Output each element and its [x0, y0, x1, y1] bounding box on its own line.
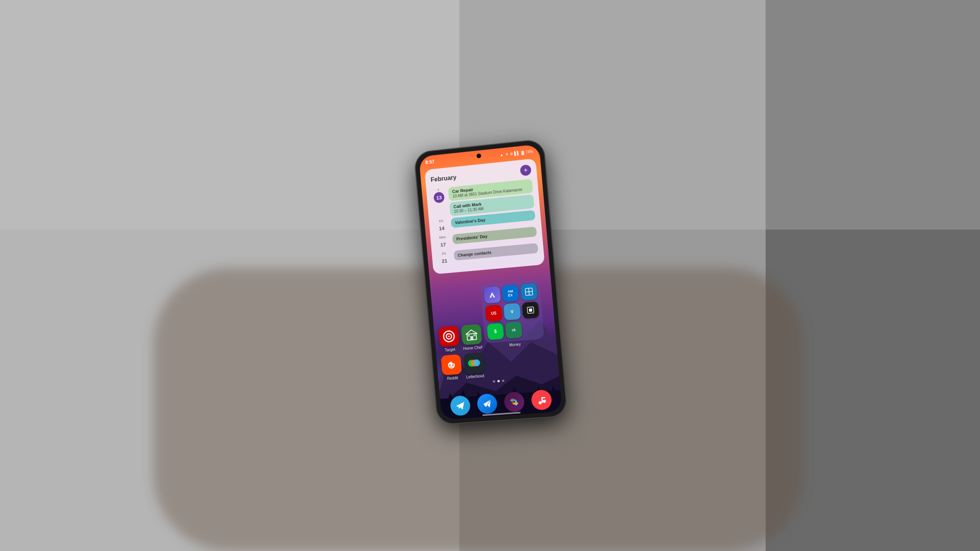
spark-icon: [476, 393, 498, 414]
notification-icon: ▲: [500, 152, 504, 157]
svg-marker-25: [489, 292, 495, 298]
svg-rect-52: [541, 397, 545, 399]
letterboxd-icon: [463, 352, 485, 374]
svg-point-49: [538, 401, 542, 404]
reddit-icon: [441, 354, 462, 375]
status-icons: ▲ ✦ ⊕ ▌▌ ▓ 74%: [500, 149, 534, 157]
date-num-17: 17: [438, 239, 449, 250]
svg-line-36: [452, 362, 453, 363]
svg-rect-22: [470, 336, 474, 340]
app-telegram[interactable]: [449, 395, 471, 416]
app-label-target: Target: [445, 347, 456, 352]
add-event-button[interactable]: +: [520, 165, 532, 176]
calendar-widget: February + T 13 Car Repair: [425, 158, 545, 274]
wifi-icon: ⊕: [510, 151, 513, 156]
date-num-21: 21: [439, 255, 450, 266]
app-usbank-small[interactable]: US: [485, 305, 502, 322]
day-label-t: T: [437, 188, 439, 192]
phone-frame: 8:57 ▲ ✦ ⊕ ▌▌ ▓ 74% February: [414, 139, 567, 425]
app-label-letterboxd: Letterboxd: [466, 374, 485, 379]
date-badge-17: Mon 17: [436, 235, 451, 251]
background-scene: 8:57 ▲ ✦ ⊕ ▌▌ ▓ 74% February: [0, 0, 980, 551]
svg-rect-24: [474, 334, 475, 336]
app-target[interactable]: Target: [438, 326, 460, 352]
date-badge-21: Fri 21: [437, 251, 452, 267]
slack-icon: [503, 391, 525, 412]
plus-icon: +: [523, 166, 528, 174]
phone-device: 8:57 ▲ ✦ ⊕ ▌▌ ▓ 74% February: [414, 139, 567, 425]
widget-month: February: [430, 174, 457, 184]
finance-app-group: AMEX: [480, 280, 544, 344]
finance-group-container: AMEX: [480, 280, 545, 349]
app-home-chef[interactable]: Home Chef: [461, 324, 483, 351]
app-letterboxd[interactable]: Letterboxd: [463, 352, 485, 379]
battery-percent: 74%: [526, 149, 534, 154]
app-chase-small[interactable]: [520, 283, 538, 301]
dot-1: [493, 380, 495, 383]
app-slack[interactable]: [503, 391, 525, 412]
app-square-small[interactable]: [522, 302, 539, 319]
dot-3: [502, 380, 505, 382]
app-label-home-chef: Home Chef: [463, 345, 482, 351]
svg-rect-23: [468, 335, 470, 337]
date-num-14: 14: [436, 222, 448, 234]
svg-rect-48: [513, 403, 518, 405]
signal-icon: ▌▌: [514, 151, 520, 156]
bluetooth-icon: ✦: [505, 152, 508, 156]
event-label-presidents: Presidents' Day: [456, 230, 533, 241]
home-chef-icon: [461, 324, 482, 345]
app-apple-music[interactable]: [531, 389, 552, 411]
dot-2: [497, 380, 500, 382]
app-ck-small[interactable]: ck: [505, 321, 523, 339]
battery-icon: ▓: [521, 150, 524, 155]
date-badge-14: Fri 14: [434, 218, 449, 234]
date-circle-13: 13: [433, 192, 445, 203]
svg-rect-47: [510, 399, 515, 401]
phone-screen: 8:57 ▲ ✦ ⊕ ▌▌ ▓ 74% February: [419, 144, 562, 420]
app-amex-small[interactable]: AMEX: [502, 285, 519, 302]
status-time: 8:57: [425, 159, 435, 165]
app-label-money: Money: [509, 342, 521, 347]
group-empty-slot: [523, 320, 541, 337]
event-label-valentines: Valentine's Day: [455, 213, 531, 225]
svg-marker-21: [466, 329, 477, 334]
app-spark-mail[interactable]: [476, 393, 498, 414]
target-icon: [438, 326, 460, 347]
apple-music-icon: [531, 389, 552, 411]
svg-rect-30: [529, 308, 532, 312]
svg-point-19: [448, 336, 449, 337]
event-label-contacts: Change contacts: [457, 246, 534, 258]
app-label-reddit: Reddit: [447, 376, 458, 381]
app-grid: Target: [430, 279, 560, 390]
app-creditkarma-small[interactable]: $: [487, 323, 504, 340]
app-robinhood-small[interactable]: [483, 286, 501, 303]
svg-line-28: [526, 292, 532, 292]
date-badge-13: T 13: [431, 188, 446, 204]
telegram-icon: [449, 395, 471, 416]
app-reddit[interactable]: Reddit: [441, 354, 462, 381]
svg-point-50: [542, 399, 546, 403]
app-venmo-small[interactable]: V: [503, 303, 521, 320]
